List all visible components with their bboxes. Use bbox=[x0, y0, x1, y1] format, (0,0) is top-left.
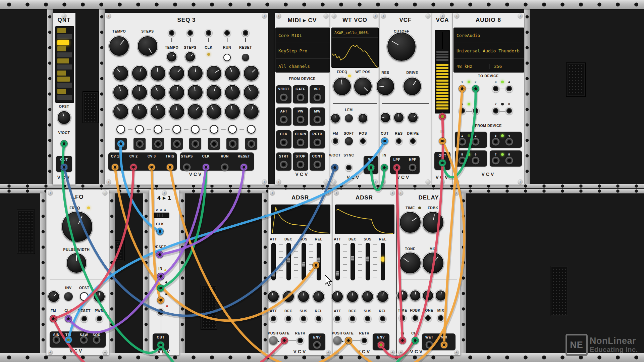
qnt-key[interactable] bbox=[57, 34, 72, 39]
qnt-keyboard-display[interactable] bbox=[55, 26, 74, 103]
seq3-steps-cv-input[interactable] bbox=[186, 29, 194, 37]
midicv-display-row[interactable]: Core MIDI bbox=[276, 28, 330, 43]
delay-mix-output[interactable] bbox=[440, 341, 448, 349]
adsr1-gate-input[interactable] bbox=[281, 337, 288, 345]
seq3-step-knob[interactable] bbox=[188, 85, 203, 100]
vcf-cut-cv-input[interactable] bbox=[381, 137, 389, 145]
vcf-res-cv-input[interactable] bbox=[395, 137, 403, 145]
delay-mix-knob[interactable] bbox=[423, 253, 443, 273]
adsr2-env-output[interactable] bbox=[377, 341, 385, 349]
adsr1-rel-slider[interactable] bbox=[317, 243, 321, 280]
audio8-from-device-2[interactable] bbox=[472, 138, 480, 146]
seq3-tempo-attn-knob[interactable] bbox=[167, 52, 176, 61]
qnt-key[interactable] bbox=[57, 77, 70, 82]
vcf-lpf-output[interactable] bbox=[393, 164, 401, 172]
qnt-key[interactable] bbox=[57, 52, 72, 57]
wtvco-pos-input[interactable] bbox=[359, 137, 367, 145]
adsr1-retr-input[interactable] bbox=[297, 337, 304, 345]
midicv-retr-output[interactable] bbox=[314, 139, 321, 146]
wtvco-wt-output[interactable] bbox=[367, 164, 375, 172]
wtvco-sync-input[interactable] bbox=[345, 164, 353, 172]
wtvco-lfm-button[interactable] bbox=[345, 114, 353, 122]
sw41-in-2[interactable] bbox=[157, 284, 165, 292]
seq3-cv1-output[interactable] bbox=[111, 164, 119, 171]
qnt-key[interactable] bbox=[57, 58, 69, 63]
adsr2-rel-slider[interactable] bbox=[381, 243, 385, 280]
seq3-step-knob[interactable] bbox=[188, 66, 203, 81]
seq3-gate-button[interactable] bbox=[228, 125, 237, 134]
wtvco-display-row[interactable]: AKWF_cello_0005. bbox=[332, 28, 378, 38]
qnt-key[interactable] bbox=[57, 71, 66, 76]
seq3-row-gate-jack[interactable] bbox=[208, 138, 220, 150]
audio8-from-device-8[interactable] bbox=[505, 157, 513, 165]
lfo-saw-output[interactable] bbox=[80, 336, 88, 344]
seq3-step-knob[interactable] bbox=[151, 66, 165, 81]
sw41-clk-input[interactable] bbox=[156, 228, 164, 235]
delay-fdbk-attn-knob[interactable] bbox=[410, 290, 420, 301]
seq3-step-knob[interactable] bbox=[244, 66, 259, 81]
seq3-step-knob[interactable] bbox=[169, 104, 184, 119]
vca-level-slider[interactable] bbox=[435, 30, 450, 114]
midicv-display-row[interactable]: KeyStep Pro bbox=[276, 43, 330, 59]
seq3-gate-button[interactable] bbox=[116, 125, 125, 134]
audio8-to-device-3[interactable] bbox=[492, 85, 500, 93]
vcf-drive-knob[interactable] bbox=[404, 78, 421, 95]
adsr2-retr-input[interactable] bbox=[361, 337, 368, 345]
qnt-key[interactable] bbox=[57, 89, 66, 94]
seq3-gate-button[interactable] bbox=[191, 125, 200, 134]
adsr1-display[interactable] bbox=[271, 205, 330, 234]
adsr1-dec-slider[interactable] bbox=[286, 243, 291, 280]
seq3-row-gate-jack[interactable] bbox=[245, 138, 257, 150]
lfo-pwm-input[interactable] bbox=[96, 315, 103, 323]
audio8-to-device-8[interactable] bbox=[505, 107, 513, 115]
seq3-step-knob[interactable] bbox=[113, 85, 128, 100]
seq3-step-knob[interactable] bbox=[113, 66, 128, 81]
lfo-reset-input[interactable] bbox=[80, 315, 88, 323]
adsr1-dec-attn-knob[interactable] bbox=[283, 291, 294, 302]
adsr2-att-attn-knob[interactable] bbox=[332, 291, 343, 302]
adsr1-sus-slider[interactable] bbox=[302, 243, 306, 280]
adsr1-env-output[interactable] bbox=[313, 341, 321, 349]
midicv-display[interactable]: Core MIDIKeyStep ProAll channels bbox=[275, 28, 330, 73]
seq3-row-gate-jack[interactable] bbox=[226, 138, 238, 150]
sw41-in-4[interactable] bbox=[157, 308, 165, 316]
qnt-key[interactable] bbox=[57, 46, 66, 51]
seq3-step-knob[interactable] bbox=[207, 85, 221, 100]
lfo-pwm-attn-knob[interactable] bbox=[94, 291, 105, 302]
seq3-step-knob[interactable] bbox=[207, 104, 221, 119]
midicv-clkn-output[interactable] bbox=[297, 139, 305, 146]
vcf-res-attn-knob[interactable] bbox=[394, 113, 404, 122]
delay-clk-input[interactable] bbox=[412, 337, 419, 345]
midicv-cont-output[interactable] bbox=[314, 161, 321, 169]
qnt-ofst-knob[interactable] bbox=[58, 111, 70, 124]
midicv-mw-output[interactable] bbox=[314, 116, 321, 124]
seq3-reset-button[interactable] bbox=[242, 54, 249, 61]
lfo-clk-input[interactable] bbox=[65, 315, 72, 323]
seq3-cv2-output[interactable] bbox=[130, 164, 138, 171]
seq3-clock-input[interactable] bbox=[205, 29, 213, 37]
seq3-tempo-knob[interactable] bbox=[109, 36, 129, 56]
seq3-row-gate-jack[interactable] bbox=[171, 138, 183, 150]
seq3-step-knob[interactable] bbox=[151, 85, 165, 100]
adsr1-slider-handle[interactable] bbox=[272, 272, 275, 277]
adsr2-rel-attn-knob[interactable] bbox=[377, 291, 388, 302]
seq3-gate-button[interactable] bbox=[172, 125, 181, 134]
seq3-gate-button[interactable] bbox=[135, 125, 144, 134]
adsr2-att-slider[interactable] bbox=[335, 243, 340, 280]
seq3-gate-button[interactable] bbox=[247, 125, 256, 134]
vcf-audio-input[interactable] bbox=[381, 164, 388, 172]
seq3-step-knob[interactable] bbox=[225, 85, 240, 100]
vcf-hpf-output[interactable] bbox=[409, 164, 417, 172]
seq3-row-gate-jack[interactable] bbox=[189, 138, 201, 150]
audio8-to-device-1[interactable] bbox=[459, 85, 466, 93]
midicv-clk-output[interactable] bbox=[280, 139, 288, 146]
wtvco-soft-button[interactable] bbox=[345, 137, 353, 145]
audio8-from-device-3[interactable] bbox=[492, 138, 500, 146]
delay-tone-cv-input[interactable] bbox=[424, 314, 432, 322]
seq3-cv3-output[interactable] bbox=[148, 164, 156, 171]
qnt-key[interactable] bbox=[57, 83, 72, 88]
adsr1-slider-handle[interactable] bbox=[287, 258, 290, 263]
audio8-to-device-7[interactable] bbox=[492, 107, 500, 115]
qnt-key[interactable] bbox=[57, 28, 66, 33]
seq3-row-gate-jack[interactable] bbox=[152, 138, 164, 150]
